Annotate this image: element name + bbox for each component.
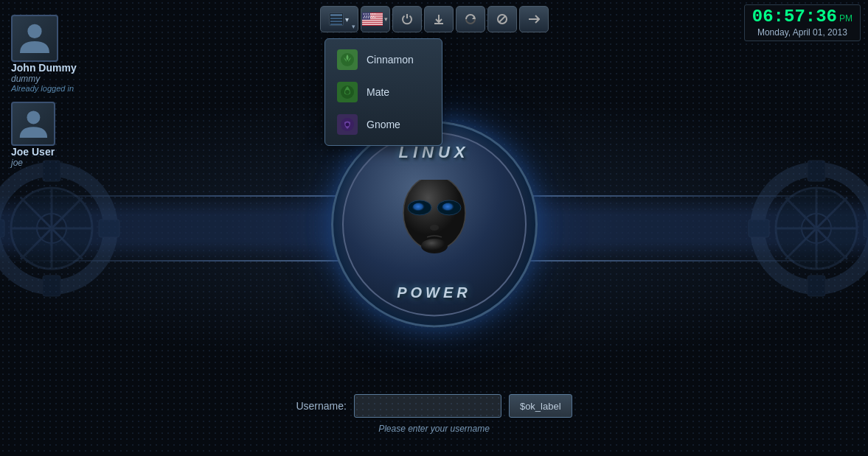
clock-widget: 06:57:36 PM Monday, April 01, 2013 (744, 4, 861, 41)
gear-right-icon (743, 155, 868, 302)
username-input[interactable] (354, 394, 501, 418)
svg-point-34 (430, 224, 439, 230)
svg-rect-3 (43, 276, 60, 296)
cancel-button[interactable] (487, 6, 517, 32)
clock-time: 06:57:36 (752, 8, 837, 26)
ok-button[interactable]: $ok_label (509, 394, 572, 418)
svg-rect-38 (330, 18, 342, 19)
mate-icon (337, 82, 358, 102)
svg-rect-18 (749, 220, 769, 237)
svg-rect-46 (362, 21, 383, 22)
toolbar: ▾ ★★★★★★ ★★★★★ ★★★★★★ ▾ (320, 6, 549, 32)
svg-rect-47 (362, 24, 383, 24)
refresh-button[interactable] (456, 6, 485, 32)
user-name-john: John Dummy (11, 62, 77, 74)
user-panel: John Dummy dummy Already logged in Joe U… (11, 15, 77, 177)
mate-label: Mate (367, 86, 389, 98)
login-form: Username: $ok_label Please enter your us… (296, 394, 572, 434)
svg-point-29 (421, 238, 448, 253)
svg-rect-37 (330, 14, 342, 16)
avatar-joe (11, 102, 55, 146)
svg-rect-45 (362, 20, 383, 21)
user-status-john: Already logged in (11, 84, 74, 93)
svg-point-61 (27, 111, 40, 124)
power-button[interactable] (392, 6, 422, 32)
svg-point-33 (442, 202, 456, 212)
session-selector-button[interactable]: ▾ (320, 6, 358, 32)
language-selector-button[interactable]: ★★★★★★ ★★★★★ ★★★★★★ ▾ (361, 6, 390, 32)
install-button[interactable] (424, 6, 454, 32)
gnome-label: Gnome (367, 119, 400, 130)
svg-rect-4 (0, 220, 4, 237)
alien-head-icon (390, 179, 479, 260)
clock-ampm: PM (839, 13, 853, 24)
user-login-john: dummy (11, 74, 40, 84)
user-item-joe[interactable]: Joe User joe (11, 102, 77, 168)
svg-rect-5 (99, 220, 119, 237)
linux-power-logo: LINUX POWER (331, 121, 538, 327)
cinnamon-label: Cinnamon (367, 54, 414, 66)
username-label: Username: (296, 400, 346, 412)
svg-rect-16 (808, 161, 825, 181)
logo-text-power: POWER (397, 284, 471, 301)
user-name-joe: Joe User (11, 146, 55, 158)
avatar-john (11, 15, 58, 62)
svg-rect-19 (864, 220, 868, 237)
user-login-joe: joe (11, 158, 23, 168)
svg-text:★★★★★★: ★★★★★★ (363, 16, 376, 19)
user-item-john[interactable]: John Dummy dummy Already logged in (11, 15, 77, 93)
cinnamon-icon (337, 49, 358, 70)
svg-rect-39 (330, 21, 342, 22)
gnome-option[interactable]: Gnome (325, 108, 442, 141)
svg-point-59 (346, 123, 350, 127)
svg-rect-40 (330, 24, 342, 25)
desktop-environment-menu: Cinnamon Mate Gnome (324, 38, 442, 146)
svg-point-60 (27, 24, 41, 38)
mate-option[interactable]: Mate (325, 76, 442, 108)
login-hint: Please enter your username (378, 424, 490, 434)
share-button[interactable] (519, 6, 549, 32)
svg-line-54 (499, 16, 505, 22)
svg-point-57 (345, 90, 350, 94)
clock-date: Monday, April 01, 2013 (752, 27, 853, 38)
gnome-icon (337, 114, 358, 135)
cinnamon-option[interactable]: Cinnamon (325, 43, 442, 76)
svg-rect-17 (808, 276, 825, 296)
svg-point-32 (412, 202, 427, 212)
